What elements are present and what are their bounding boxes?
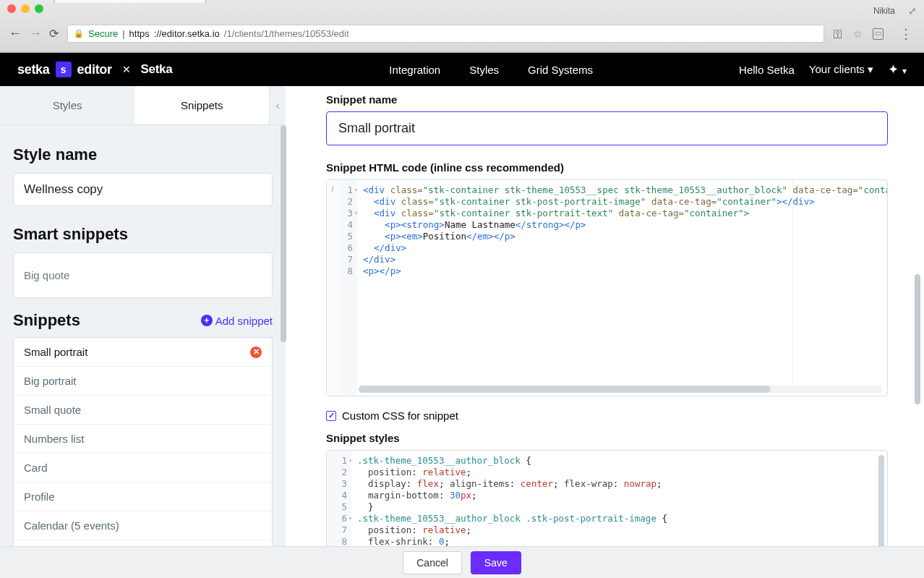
info-gutter: i — [327, 180, 338, 396]
logo-text-left: setka — [17, 62, 50, 77]
window-expand-icon[interactable]: ⤢ — [908, 5, 917, 17]
cancel-button[interactable]: Cancel — [403, 551, 462, 574]
chevron-down-icon: ▾ — [868, 63, 873, 75]
primary-nav: Integration Styles Grid Systems — [389, 64, 593, 76]
address-bar-icons: ⚿ ☆ ▭ — [833, 28, 888, 40]
style-name-input[interactable] — [13, 173, 273, 206]
snippet-item[interactable]: Calendar (10 events) — [14, 540, 272, 546]
nav-integration[interactable]: Integration — [389, 64, 440, 76]
snippet-item-selected[interactable]: Small portrait ✕ — [14, 338, 272, 367]
browser-chrome: Nikita ⤢ ⚑ Setka Editor Plugin × ▱ ← → ⟳… — [0, 0, 924, 53]
snippet-item[interactable]: Calendar (5 events) — [14, 511, 272, 540]
snippet-item[interactable]: Small quote — [14, 396, 272, 425]
snippets-heading: Snippets — [13, 311, 80, 330]
header-right: Hello Setka Your clients ▾ ✦ ▾ — [739, 61, 907, 77]
snippet-item[interactable]: Numbers list — [14, 425, 272, 454]
reload-icon[interactable]: ⟳ — [49, 27, 59, 41]
device-icon[interactable]: ▭ — [873, 28, 884, 40]
logo[interactable]: setka s editor ✕ Setka — [17, 61, 172, 77]
smart-snippets-heading: Smart snippets — [13, 225, 273, 244]
main-content: Snippet name Snippet HTML code (inline c… — [286, 86, 924, 546]
new-tab-button[interactable]: ▱ — [212, 0, 221, 1]
key-icon[interactable]: ⚿ — [833, 28, 843, 40]
sidebar: Styles Snippets ‹ Style name Smart snipp… — [0, 86, 286, 546]
lock-icon: 🔒 — [74, 29, 84, 38]
snippet-item-label: Small quote — [24, 404, 81, 416]
snippet-styles-label: Snippet styles — [326, 432, 888, 444]
chevron-down-icon: ▾ — [902, 66, 907, 76]
url-separator: | — [122, 28, 124, 39]
custom-css-toggle-row: ✓ Custom CSS for snippet — [326, 409, 888, 422]
clients-dropdown[interactable]: Your clients ▾ — [809, 63, 873, 76]
main-scrollbar[interactable] — [913, 93, 920, 542]
snippet-item-label: Big portrait — [24, 375, 77, 387]
line-gutter: 1▾23456▾789 — [327, 451, 351, 546]
url-proto: https — [129, 28, 150, 39]
line-gutter: 1▾23▾45678 — [338, 180, 357, 396]
add-snippet-button[interactable]: +Add snippet — [201, 315, 273, 327]
plus-icon: + — [201, 315, 213, 326]
snippet-item-label: Card — [24, 462, 48, 474]
nav-forward-icon: → — [29, 26, 40, 41]
window-close-icon[interactable] — [7, 4, 16, 13]
custom-css-label: Custom CSS for snippet — [342, 409, 458, 422]
horizontal-scrollbar[interactable] — [359, 386, 882, 393]
snippet-code-label: Snippet HTML code (inline css recommende… — [326, 161, 888, 174]
vertical-scrollbar[interactable] — [878, 455, 884, 546]
browser-profile[interactable]: Nikita — [873, 6, 895, 16]
browser-tab[interactable]: ⚑ Setka Editor Plugin × — [54, 0, 206, 3]
app-header: setka s editor ✕ Setka Integration Style… — [0, 53, 924, 86]
window-zoom-icon[interactable] — [35, 4, 43, 13]
snippets-header: Snippets +Add snippet — [13, 311, 273, 330]
snippet-item-label: Calendar (5 events) — [24, 519, 119, 532]
clients-label: Your clients — [809, 63, 865, 75]
nav-grid-systems[interactable]: Grid Systems — [528, 64, 593, 76]
cross-icon: ✕ — [122, 64, 131, 75]
scrollbar-thumb[interactable] — [915, 274, 920, 404]
sidebar-collapse-icon[interactable]: ‹ — [269, 86, 286, 124]
snippet-name-label: Snippet name — [326, 93, 888, 106]
snippet-item-label: Small portrait — [24, 346, 87, 358]
greeting: Hello Setka — [739, 64, 795, 76]
add-snippet-label: Add snippet — [215, 315, 273, 327]
css-code-editor[interactable]: 1▾23456▾789 .stk-theme_10553__author_blo… — [326, 450, 888, 546]
logo-text-right: editor — [77, 62, 112, 77]
nav-styles[interactable]: Styles — [469, 64, 499, 76]
secure-label: Secure — [88, 28, 118, 39]
snippet-item-label: Profile — [24, 490, 55, 503]
window-minimize-icon[interactable] — [21, 4, 30, 13]
snippet-item[interactable]: Profile — [14, 483, 272, 511]
logo-setka: Setka — [140, 62, 172, 77]
code-area[interactable]: .stk-theme_10553__author_block { positio… — [351, 451, 887, 546]
gear-icon[interactable]: ✦ ▾ — [888, 61, 907, 77]
snippet-name-input[interactable] — [326, 111, 888, 145]
smart-snippet-item[interactable]: Big quote — [13, 252, 273, 298]
sidebar-content: Style name Smart snippets Big quote Snip… — [0, 125, 286, 546]
nav-back-icon[interactable]: ← — [9, 26, 20, 41]
html-code-editor[interactable]: i 1▾23▾45678 <div class="stk-container s… — [326, 179, 888, 396]
browser-menu-icon[interactable]: ⋮ — [897, 26, 915, 42]
star-icon[interactable]: ☆ — [853, 28, 863, 40]
sidebar-tabs: Styles Snippets ‹ — [0, 86, 286, 125]
url-path: /1/clients/1/themes/10553/edit — [224, 28, 349, 39]
app-body: Styles Snippets ‹ Style name Smart snipp… — [0, 86, 924, 546]
scrollbar-thumb[interactable] — [359, 386, 771, 393]
ruler-line — [792, 180, 793, 386]
logo-s-icon: s — [56, 61, 72, 77]
address-bar[interactable]: 🔒 Secure | https://editor.setka.io/1/cli… — [67, 25, 824, 43]
delete-icon[interactable]: ✕ — [250, 347, 262, 358]
save-button[interactable]: Save — [471, 551, 521, 574]
address-bar-row: ← → ⟳ 🔒 Secure | https://editor.setka.io… — [0, 20, 924, 47]
footer: Cancel Save — [0, 546, 924, 578]
checkbox-checked-icon[interactable]: ✓ — [326, 411, 336, 421]
code-area[interactable]: <div class="stk-container stk-theme_1055… — [357, 180, 887, 396]
snippet-item[interactable]: Card — [14, 454, 272, 483]
tab-snippets[interactable]: Snippets — [134, 86, 269, 124]
tab-styles[interactable]: Styles — [0, 86, 134, 124]
snippet-item-label: Numbers list — [24, 433, 84, 445]
snippet-item[interactable]: Big portrait — [14, 367, 272, 396]
snippet-list: Small portrait ✕ Big portrait Small quot… — [13, 337, 273, 546]
style-name-heading: Style name — [13, 145, 273, 164]
url-host: ://editor.setka.io — [154, 28, 220, 39]
